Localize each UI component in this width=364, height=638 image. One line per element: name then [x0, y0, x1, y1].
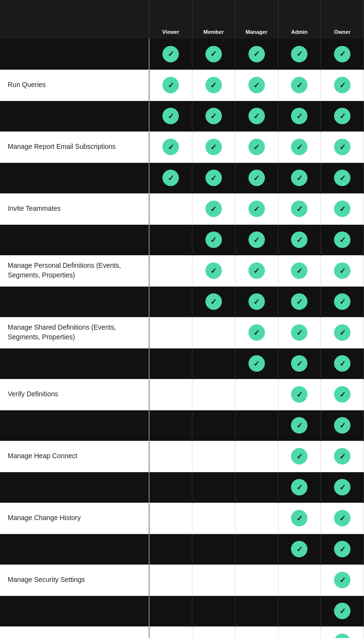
check-icon	[334, 293, 350, 310]
check-icon	[334, 479, 350, 495]
permission-cell	[235, 70, 278, 101]
permission-cell	[278, 255, 321, 286]
check-icon	[291, 417, 307, 434]
check-icon	[334, 201, 350, 217]
permission-cell	[149, 595, 192, 626]
permission-cell	[321, 131, 364, 162]
check-icon	[334, 572, 350, 588]
permission-cell	[235, 595, 278, 626]
row-label: Run Queries	[0, 70, 149, 101]
permission-cell	[278, 472, 321, 503]
permission-cell	[235, 565, 278, 595]
permission-cell	[321, 286, 364, 317]
check-icon	[205, 293, 222, 310]
permission-cell	[149, 626, 192, 638]
check-icon	[248, 324, 265, 341]
row-label	[0, 224, 149, 255]
permission-cell	[149, 224, 192, 255]
check-icon	[205, 108, 222, 124]
permission-cell	[192, 286, 235, 317]
permission-cell	[149, 379, 192, 410]
header-col1: Viewer	[149, 0, 192, 39]
permission-cell	[321, 626, 364, 638]
check-icon	[162, 46, 179, 62]
permission-cell	[192, 503, 235, 534]
check-icon	[291, 262, 307, 279]
header-col5: Owner	[321, 0, 364, 39]
check-icon	[205, 170, 222, 186]
header-col2: Member	[192, 0, 235, 39]
check-icon	[334, 417, 350, 434]
check-icon	[162, 108, 179, 124]
permission-cell	[278, 224, 321, 255]
permission-cell	[192, 534, 235, 565]
check-icon	[291, 46, 307, 62]
permission-cell	[149, 317, 192, 348]
permission-cell	[192, 224, 235, 255]
permission-cell	[149, 565, 192, 595]
check-icon	[205, 46, 222, 62]
check-icon	[248, 232, 265, 248]
check-icon	[248, 139, 265, 155]
permission-cell	[278, 410, 321, 441]
permission-cell	[235, 162, 278, 193]
check-icon	[334, 448, 350, 464]
check-icon	[291, 139, 307, 155]
row-label: Manage Personal Definitions (Events, Seg…	[0, 255, 149, 286]
permission-cell	[278, 379, 321, 410]
row-label	[0, 101, 149, 131]
permission-cell	[321, 162, 364, 193]
header-feature	[0, 0, 149, 39]
check-icon	[291, 386, 307, 403]
permission-cell	[278, 131, 321, 162]
permission-cell	[192, 193, 235, 224]
check-icon	[291, 355, 307, 372]
check-icon	[162, 77, 179, 93]
permission-cell	[149, 162, 192, 193]
check-icon	[291, 479, 307, 495]
check-icon	[162, 170, 179, 186]
permission-cell	[321, 379, 364, 410]
row-label	[0, 348, 149, 379]
check-icon	[334, 232, 350, 248]
permission-cell	[278, 70, 321, 101]
permission-cell	[321, 39, 364, 70]
permission-cell	[321, 472, 364, 503]
permission-cell	[321, 534, 364, 565]
permission-cell	[278, 317, 321, 348]
permission-cell	[235, 534, 278, 565]
check-icon	[291, 541, 307, 557]
permission-cell	[149, 503, 192, 534]
row-label	[0, 534, 149, 565]
check-icon	[334, 77, 350, 93]
check-icon	[248, 77, 265, 93]
check-icon	[334, 46, 350, 62]
permission-cell	[192, 626, 235, 638]
row-label	[0, 162, 149, 193]
row-label: Manage Change History	[0, 503, 149, 534]
permission-cell	[278, 565, 321, 595]
permission-cell	[192, 379, 235, 410]
permission-cell	[321, 70, 364, 101]
permission-cell	[321, 224, 364, 255]
permission-cell	[321, 255, 364, 286]
check-icon	[334, 355, 350, 372]
check-icon	[248, 46, 265, 62]
permission-cell	[278, 162, 321, 193]
permission-cell	[321, 565, 364, 595]
check-icon	[248, 262, 265, 279]
check-icon	[162, 139, 179, 155]
check-icon	[205, 77, 222, 93]
check-icon	[291, 77, 307, 93]
check-icon	[334, 541, 350, 557]
row-label	[0, 595, 149, 626]
check-icon	[334, 603, 350, 619]
permission-cell	[192, 101, 235, 131]
permission-cell	[321, 348, 364, 379]
check-icon	[248, 355, 265, 372]
permission-cell	[192, 472, 235, 503]
permission-cell	[149, 101, 192, 131]
permission-cell	[192, 39, 235, 70]
permission-cell	[278, 101, 321, 131]
permission-cell	[278, 503, 321, 534]
